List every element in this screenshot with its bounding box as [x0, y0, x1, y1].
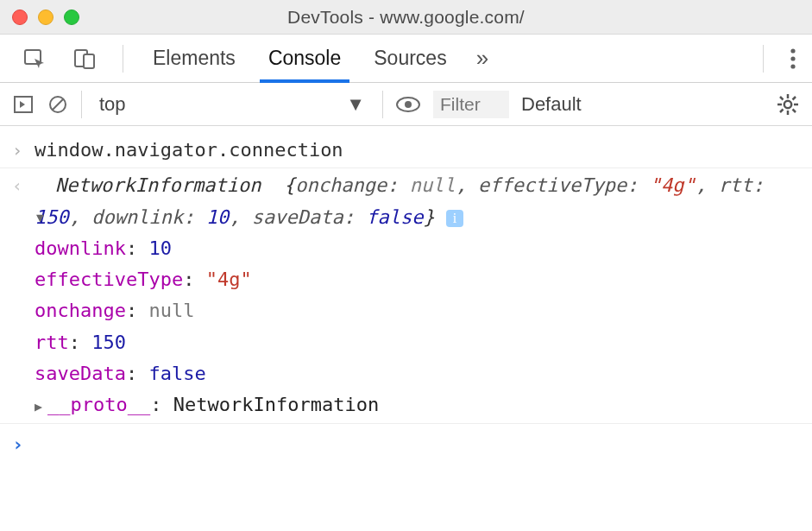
separator: [123, 45, 123, 73]
panel-tabs: Elements Console Sources »: [0, 35, 812, 83]
tab-console[interactable]: Console: [265, 47, 344, 70]
console-output-row[interactable]: ▼ NetworkInformation {onchange: null, ef…: [0, 168, 812, 422]
svg-line-17: [793, 109, 796, 112]
log-level-selector[interactable]: Default: [521, 93, 582, 116]
console-input-text: window.navigator.connection: [35, 135, 800, 166]
svg-point-4: [790, 56, 795, 60]
prompt-marker-icon: [12, 429, 35, 460]
separator: [382, 91, 383, 118]
minimize-window-button[interactable]: [38, 9, 54, 25]
window-controls: [12, 9, 79, 25]
svg-line-8: [53, 99, 63, 110]
output-marker-icon: [12, 170, 35, 420]
property-row[interactable]: rtt: 150: [35, 327, 800, 358]
svg-line-18: [780, 109, 784, 112]
property-row[interactable]: onchange: null: [35, 295, 800, 326]
svg-point-11: [784, 100, 791, 107]
expand-toggle-icon[interactable]: ▼: [36, 207, 44, 229]
svg-line-16: [780, 97, 784, 100]
console-settings-icon[interactable]: [776, 92, 800, 117]
clear-console-icon[interactable]: [47, 93, 69, 116]
tab-sources[interactable]: Sources: [370, 47, 450, 70]
toggle-drawer-icon[interactable]: [12, 93, 35, 116]
execution-context-label: top: [99, 93, 126, 116]
window-title: DevTools - www.google.com/: [287, 7, 525, 28]
svg-rect-2: [84, 54, 94, 68]
titlebar: DevTools - www.google.com/: [0, 0, 812, 35]
separator: [81, 91, 82, 118]
kebab-menu-icon[interactable]: [790, 47, 796, 70]
more-tabs-icon[interactable]: »: [476, 45, 488, 72]
close-window-button[interactable]: [12, 9, 28, 25]
console-output: window.navigator.connection ▼ NetworkInf…: [0, 126, 812, 465]
input-marker-icon: [12, 135, 35, 166]
console-input-row: window.navigator.connection: [0, 133, 812, 168]
separator: [763, 45, 764, 73]
execution-context-selector[interactable]: top ▼: [94, 92, 370, 117]
svg-point-10: [405, 101, 412, 108]
tab-elements[interactable]: Elements: [149, 47, 239, 70]
inspect-element-icon[interactable]: [22, 47, 47, 71]
svg-point-5: [790, 64, 795, 68]
property-row[interactable]: saveData: false: [35, 358, 800, 389]
expand-proto-icon[interactable]: ▶: [35, 399, 42, 414]
proto-row[interactable]: ▶__proto__: NetworkInformation: [35, 389, 800, 420]
object-type-name: NetworkInformation: [55, 174, 261, 196]
filter-input[interactable]: [433, 91, 509, 118]
live-expression-icon[interactable]: [395, 95, 421, 114]
console-prompt[interactable]: [0, 423, 812, 462]
result-object: ▼ NetworkInformation {onchange: null, ef…: [35, 170, 800, 420]
console-toolbar: top ▼ Default: [0, 83, 812, 126]
svg-point-3: [790, 48, 795, 53]
object-summary[interactable]: ▼ NetworkInformation {onchange: null, ef…: [35, 174, 764, 227]
zoom-window-button[interactable]: [64, 9, 79, 25]
property-row[interactable]: downlink: 10: [35, 233, 800, 264]
info-badge-icon[interactable]: i: [446, 210, 463, 227]
chevron-down-icon: ▼: [346, 93, 365, 116]
property-row[interactable]: effectiveType: "4g": [35, 264, 800, 295]
object-properties: downlink: 10 effectiveType: "4g" onchang…: [35, 206, 800, 421]
svg-line-19: [793, 97, 796, 100]
device-toolbar-icon[interactable]: [72, 47, 97, 71]
